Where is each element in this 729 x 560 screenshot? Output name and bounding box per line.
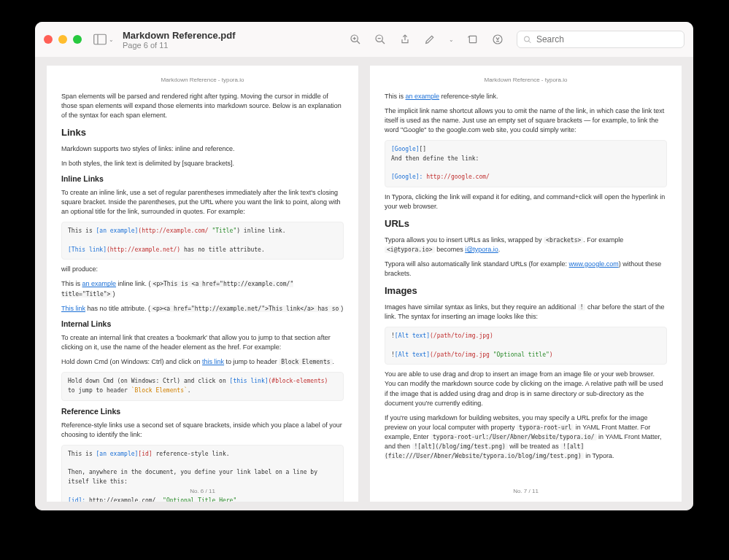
paragraph: Reference-style links use a second set o…: [61, 421, 344, 440]
code-block: [Google][] And then define the link: [Go…: [385, 140, 667, 187]
email-link[interactable]: i@typora.io: [465, 246, 498, 253]
example-link[interactable]: an example: [82, 280, 117, 287]
paragraph: This is an example inline link. (<p>This…: [61, 279, 344, 298]
search-input[interactable]: [536, 34, 678, 44]
paragraph: To create an internal link that creates …: [61, 333, 344, 352]
page-left: Markdown Reference - typora.io Span elem…: [47, 66, 358, 502]
this-link[interactable]: this link: [202, 358, 224, 365]
paragraph: Hold down Cmd (on Windows: Ctrl) and cli…: [61, 357, 344, 367]
app-window: ⌄ Markdown Reference.pdf Page 6 of 11 ⌄ …: [35, 22, 693, 510]
titlebar: ⌄ Markdown Reference.pdf Page 6 of 11 ⌄: [35, 22, 693, 57]
heading-images: Images: [385, 284, 667, 298]
search-icon: [523, 35, 532, 44]
svg-line-3: [357, 41, 360, 44]
svg-point-12: [524, 36, 529, 42]
heading-inline-links: Inline Links: [61, 174, 344, 184]
paragraph: Typora allows you to insert URLs as link…: [385, 236, 667, 254]
chevron-down-icon: ⌄: [109, 36, 114, 43]
share-icon[interactable]: [399, 34, 411, 45]
code-block: This is [an example](http://example.com/…: [61, 222, 344, 260]
minimize-icon[interactable]: [58, 35, 67, 44]
markup-icon[interactable]: [424, 34, 436, 45]
page-right: Markdown Reference - typora.io This is a…: [370, 66, 682, 502]
example-link[interactable]: This link: [61, 305, 85, 312]
window-controls: [44, 35, 82, 44]
paragraph: To create an inline link, use a set of r…: [61, 188, 344, 217]
paragraph: The implicit link name shortcut allows y…: [385, 106, 667, 135]
paragraph: In Typora, clicking the link will expand…: [385, 192, 667, 211]
paragraph: Typora will also automatically link stan…: [385, 260, 667, 279]
document-title-block: Markdown Reference.pdf Page 6 of 11: [123, 30, 236, 50]
zoom-in-icon[interactable]: [350, 34, 361, 45]
heading-reference-links: Reference Links: [61, 406, 344, 417]
running-head: Markdown Reference - typora.io: [61, 76, 344, 85]
code-block: Hold down Cmd (on Windows: Ctrl) and cli…: [61, 372, 344, 401]
document-title: Markdown Reference.pdf: [123, 30, 236, 41]
page-footer: No. 6 / 11: [47, 487, 358, 496]
example-link[interactable]: an example: [406, 93, 440, 100]
toolbar: ⌄: [350, 31, 684, 48]
page-indicator: Page 6 of 11: [123, 41, 236, 50]
svg-line-7: [382, 41, 385, 44]
paragraph: Markdown supports two styles of links: i…: [61, 144, 344, 154]
sidebar-toggle-button[interactable]: ⌄: [93, 34, 114, 45]
paragraph: Span elements will be parsed and rendere…: [61, 92, 344, 120]
svg-line-13: [528, 40, 531, 42]
rotate-icon[interactable]: [467, 34, 479, 45]
running-head: Markdown Reference - typora.io: [385, 76, 667, 85]
page-footer: No. 7 / 11: [370, 487, 682, 496]
heading-links: Links: [61, 126, 344, 140]
page-spread: Markdown Reference - typora.io Span elem…: [35, 57, 693, 510]
zoom-out-icon[interactable]: [374, 34, 386, 45]
close-icon[interactable]: [44, 35, 53, 44]
heading-urls: URLs: [385, 217, 667, 231]
paragraph: This link has no title attribute. (<p><a…: [61, 304, 344, 314]
paragraph: If you're using markdown for building we…: [385, 413, 667, 461]
paragraph: This is an example reference-style link.: [385, 92, 667, 101]
heading-internal-links: Internal Links: [61, 319, 344, 330]
url-link[interactable]: www.google.com: [569, 260, 619, 268]
markup-chevron-icon[interactable]: ⌄: [449, 36, 454, 43]
paragraph: Images have similar syntax as links, but…: [385, 303, 667, 322]
paragraph: will produce:: [61, 265, 344, 274]
svg-rect-9: [469, 36, 476, 42]
zoom-icon[interactable]: [73, 35, 82, 44]
paragraph: In both styles, the link text is delimit…: [61, 159, 344, 168]
svg-rect-0: [94, 34, 107, 44]
code-block: ![Alt text](/path/to/img.jpg) ![Alt text…: [385, 327, 667, 365]
search-field[interactable]: [517, 31, 684, 48]
highlight-icon[interactable]: [492, 34, 504, 45]
paragraph: You are able to use drag and drop to ins…: [385, 370, 667, 408]
